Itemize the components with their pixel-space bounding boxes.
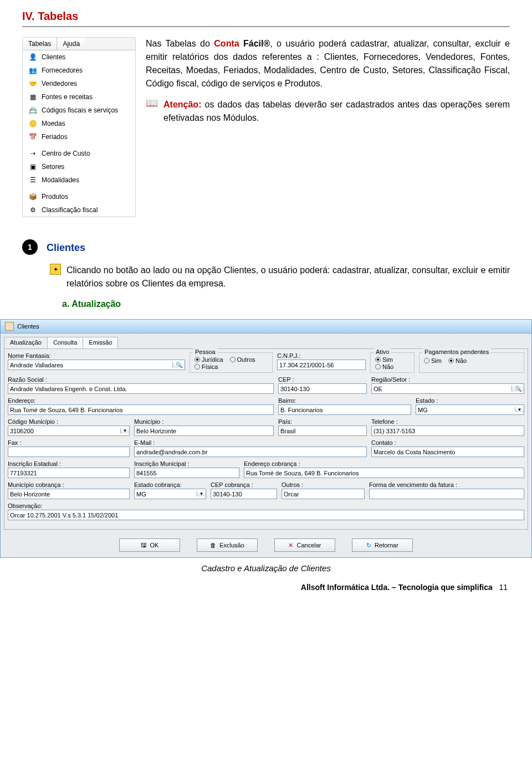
menu-label: Fontes e receitas xyxy=(42,93,93,101)
label-endereco: Endereço: xyxy=(8,397,274,404)
menu-item-vendedores[interactable]: 🤝Vendedores xyxy=(23,77,135,90)
cod-mun-select[interactable]: 3106200▼ xyxy=(8,425,130,436)
menu-item-codigos[interactable]: 📇Códigos fiscais e serviços xyxy=(23,104,135,117)
menu-label: Classificação fiscal xyxy=(42,206,98,214)
search-icon[interactable]: 🔍 xyxy=(511,386,524,392)
menu-item-feriados[interactable]: 📅Feriados xyxy=(23,130,135,143)
box-icon: 📦 xyxy=(28,192,37,201)
label-razao: Razão Social : xyxy=(8,376,274,383)
cep-cob-input[interactable]: 30140-130 xyxy=(211,489,277,499)
tab-consulta[interactable]: Consulta xyxy=(47,337,83,348)
label-insc-est: Inscrição Estadual : xyxy=(8,460,130,467)
menu-item-clientes[interactable]: 👤Clientes xyxy=(23,50,135,64)
grid-icon: ▦ xyxy=(28,93,37,101)
menu-label: Clientes xyxy=(42,53,65,61)
label-pagamentos: Pagamentos pendentes xyxy=(423,348,490,355)
razao-input[interactable]: Andrade Valladares Engenh. e Const. Ltda… xyxy=(8,383,274,394)
insc-est-input[interactable]: 77193321 xyxy=(8,468,130,478)
radio-pag-nao[interactable]: Não xyxy=(448,357,467,364)
label-contato: Contato : xyxy=(371,439,524,446)
cnpj-input[interactable]: 17.304.221/0001-56 xyxy=(277,360,366,370)
calendar-icon: 📇 xyxy=(28,106,37,115)
retornar-button[interactable]: ↻Retornar xyxy=(352,539,413,552)
intro-paragraph: Nas Tabelas do Conta Fácil®, o usuário p… xyxy=(146,37,510,90)
chevron-down-icon[interactable]: ▼ xyxy=(120,428,129,433)
menu-item-setores[interactable]: ▣Setores xyxy=(23,160,135,173)
menu-label: Fornecedores xyxy=(42,66,83,74)
label-ativo: Ativo xyxy=(374,348,391,355)
label-obs: Observação: xyxy=(8,502,524,509)
menu-tab-ajuda[interactable]: Ajuda xyxy=(57,38,85,50)
tabelas-menu: Tabelas Ajuda 👤Clientes 👥Fornecedores 🤝V… xyxy=(22,37,136,217)
clientes-paragraph: ✦ Clicando no botão ao lado ou na opção … xyxy=(50,264,510,290)
ok-button[interactable]: 🖫OK xyxy=(119,539,180,552)
chevron-down-icon[interactable]: ▼ xyxy=(197,491,206,496)
tab-emissao[interactable]: Emissão xyxy=(83,337,118,348)
pais-input[interactable]: Brasil xyxy=(278,425,367,436)
tree-icon: ⇢ xyxy=(28,149,37,158)
menu-item-fornecedores[interactable]: 👥Fornecedores xyxy=(23,64,135,77)
list-icon: ☰ xyxy=(28,176,37,184)
atencao-paragraph: 📖 Atenção: os dados das tabelas deverão … xyxy=(146,98,510,125)
menu-label: Setores xyxy=(42,163,64,171)
radio-fisica[interactable]: Física xyxy=(195,363,268,370)
menu-label: Modalidades xyxy=(42,176,79,184)
menu-label: Centro de Custo xyxy=(42,150,90,157)
bairro-input[interactable]: B. Funcionarios xyxy=(278,404,411,415)
label-estado: Estado : xyxy=(416,397,524,404)
tab-atualizacao[interactable]: Atualização xyxy=(4,337,48,348)
radio-ativo-nao[interactable]: Não xyxy=(375,363,410,370)
menu-item-moedas[interactable]: 🪙Moedas xyxy=(23,117,135,130)
menu-item-modalidades[interactable]: ☰Modalidades xyxy=(23,173,135,187)
cep-input[interactable]: 30140-130 xyxy=(278,383,367,394)
divider xyxy=(22,26,510,27)
outros-input[interactable]: Orcar xyxy=(282,489,365,499)
label-cnpj: C.N.P.J.: xyxy=(277,352,366,359)
regiao-input[interactable]: OE🔍 xyxy=(371,383,524,394)
end-cob-input[interactable]: Rua Tomé de Souza, 649 B. Funcionarios xyxy=(244,468,524,478)
close-icon: ✕ xyxy=(288,542,293,549)
endereco-input[interactable]: Rua Tomé de Souza, 649 B. Funcionarios xyxy=(8,404,274,415)
label-nome-fantasia: Nome Fantasia: xyxy=(8,352,185,359)
estado-select[interactable]: MG▼ xyxy=(416,404,524,415)
blocks-icon: ▣ xyxy=(28,162,37,171)
insc-mun-input[interactable]: 841555 xyxy=(134,468,239,478)
nome-fantasia-input[interactable]: Andrade Valladares🔍 xyxy=(8,360,185,370)
label-regiao: Região/Setor : xyxy=(371,376,524,383)
label-insc-mun: Inscrição Municipal : xyxy=(134,460,239,467)
label-fax: Fax : xyxy=(8,439,130,446)
menu-item-classificacao[interactable]: ⚙Classificação fiscal xyxy=(23,203,135,217)
gear-icon: ⚙ xyxy=(28,206,37,214)
refresh-icon: ↻ xyxy=(366,542,371,549)
est-cob-select[interactable]: MG▼ xyxy=(134,489,206,499)
forma-venc-input[interactable] xyxy=(369,489,524,499)
chevron-down-icon[interactable]: ▼ xyxy=(515,407,524,412)
contato-input[interactable]: Marcelo da Costa Nascimento xyxy=(371,447,524,457)
label-cep-cob: CEP cobrança : xyxy=(211,481,277,488)
person-icon: 👥 xyxy=(28,66,37,75)
menu-item-centro-custo[interactable]: ⇢Centro de Custo xyxy=(23,147,135,160)
label-est-cob: Estado cobrança: xyxy=(134,481,206,488)
exclusao-button[interactable]: 🗑Exclusão xyxy=(197,539,258,552)
menu-item-fontes[interactable]: ▦Fontes e receitas xyxy=(23,90,135,104)
cancelar-button[interactable]: ✕Cancelar xyxy=(274,539,335,552)
radio-pag-sim[interactable]: Sim xyxy=(424,357,442,364)
mun-cob-input[interactable]: Belo Horizonte xyxy=(8,489,130,499)
menu-label: Feriados xyxy=(42,133,68,141)
telefone-input[interactable]: (31) 3317-5163 xyxy=(371,425,524,436)
menu-label: Moedas xyxy=(42,120,65,127)
fax-input[interactable] xyxy=(8,447,130,457)
running-man-icon: ✦ xyxy=(50,264,61,275)
radio-outros[interactable]: Outros xyxy=(230,356,255,363)
menu-item-produtos[interactable]: 📦Produtos xyxy=(23,190,135,203)
radio-ativo-sim[interactable]: Sim xyxy=(375,356,410,363)
municipio-input[interactable]: Belo Horizonte xyxy=(134,425,274,436)
trash-icon: 🗑 xyxy=(210,542,216,548)
menu-tab-tabelas[interactable]: Tabelas xyxy=(23,38,57,50)
search-icon[interactable]: 🔍 xyxy=(172,362,185,368)
email-input[interactable]: andrade@andrade.com.br xyxy=(134,447,367,457)
obs-input[interactable]: Orcar 10.275.2001 V.s 5.3.1 15/02/2001 xyxy=(8,510,524,520)
radio-juridica[interactable]: Jurídica xyxy=(195,356,223,363)
label-bairro: Bairro: xyxy=(278,397,411,404)
label-outros: Outros : xyxy=(282,481,365,488)
